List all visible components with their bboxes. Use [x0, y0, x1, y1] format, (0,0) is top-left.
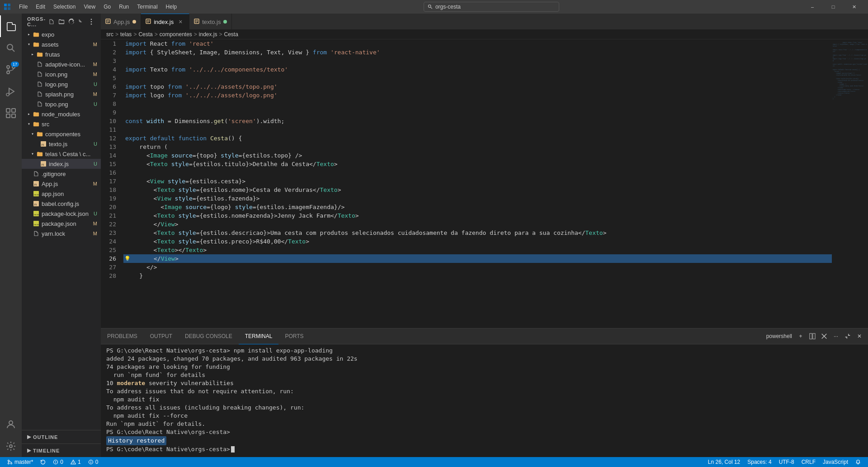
tree-item-.gitignore[interactable]: .gitignore: [22, 169, 101, 179]
code-token: Texto: [146, 65, 171, 74]
breadcrumb-item[interactable]: Cesta: [224, 31, 238, 38]
code-token: ={estilos.preco}>R$40,00</: [196, 237, 288, 246]
tab-index-js[interactable]: index.js×: [141, 14, 189, 29]
breadcrumb-item[interactable]: index.js: [199, 31, 217, 38]
tree-item-src[interactable]: ▾src: [22, 119, 101, 129]
terminal-content[interactable]: PS G:\code\React Native\orgs-cesta> npm …: [101, 344, 868, 457]
tree-item-node_modules[interactable]: ▸node_modules: [22, 109, 101, 119]
terminal-line: To address issues that do not require at…: [106, 387, 863, 396]
menu-edit[interactable]: Edit: [32, 3, 49, 11]
maximize-panel-button[interactable]: [843, 331, 853, 341]
tree-item-logo.png[interactable]: logo.pngU: [22, 79, 101, 89]
encoding[interactable]: UTF-8: [775, 457, 798, 467]
tree-item-topo.png[interactable]: topo.pngU: [22, 99, 101, 109]
search-activity-icon[interactable]: [0, 37, 22, 59]
panel-tab-terminal[interactable]: TERMINAL: [239, 329, 279, 344]
menu-go[interactable]: Go: [100, 3, 114, 11]
line-number: 13: [101, 143, 120, 151]
minimize-button[interactable]: –: [802, 0, 823, 14]
tree-item-package.json[interactable]: JSONpackage.jsonM: [22, 219, 101, 229]
code-token: get: [214, 117, 224, 125]
close-button[interactable]: ✕: [844, 0, 864, 14]
terminal-current-prompt[interactable]: PS G:\code\React Native\orgs-cesta>: [106, 445, 863, 453]
line-number: 19: [101, 194, 120, 203]
menu-file[interactable]: File: [15, 3, 31, 11]
close-panel-button[interactable]: ✕: [854, 331, 864, 341]
tree-item-label: splash.png: [45, 91, 91, 98]
warnings-status[interactable]: 1: [67, 457, 85, 467]
collapse-all-button[interactable]: [77, 18, 85, 26]
code-content[interactable]: import React from 'react'import { StyleS…: [123, 39, 832, 328]
line-ending[interactable]: CRLF: [798, 457, 819, 467]
outline-section[interactable]: ▶ OUTLINE: [22, 430, 101, 443]
split-terminal-button[interactable]: [807, 331, 817, 341]
tab-close-index-js[interactable]: ×: [176, 18, 184, 26]
run-activity-icon[interactable]: [0, 81, 22, 102]
menu-view[interactable]: View: [80, 3, 99, 11]
tab-app-js[interactable]: App.js: [101, 14, 141, 29]
powershell-label: powershell: [766, 333, 792, 339]
notifications[interactable]: [852, 457, 864, 467]
breadcrumb-item[interactable]: Cesta: [138, 31, 152, 38]
tree-item-componentes[interactable]: ▾componentes: [22, 129, 101, 139]
settings-activity-icon[interactable]: [0, 435, 22, 457]
panel-tab-problems[interactable]: PROBLEMS: [101, 329, 144, 344]
search-input[interactable]: [435, 4, 555, 10]
lightbulb-icon[interactable]: 💡: [124, 254, 131, 263]
tree-item-App.js[interactable]: JSApp.jsM: [22, 179, 101, 189]
language-mode[interactable]: JavaScript: [819, 457, 852, 467]
tree-item-splash.png[interactable]: splash.pngM: [22, 89, 101, 99]
tree-item-yarn.lock[interactable]: yarn.lockM: [22, 229, 101, 238]
jsfile-icon: JS: [40, 160, 47, 167]
more-panel-button[interactable]: ···: [831, 331, 841, 341]
tree-item-index.js[interactable]: JSindex.jsU: [22, 159, 101, 169]
panel-tab-output[interactable]: OUTPUT: [144, 329, 179, 344]
tree-item-assets[interactable]: ▾assetsM: [22, 39, 101, 49]
jsfile-icon: JS: [40, 140, 47, 148]
info-status[interactable]: 0: [85, 457, 102, 467]
code-token: Texto: [157, 229, 175, 237]
breadcrumb-item[interactable]: componentes: [160, 31, 192, 38]
panel-tab-debug-console[interactable]: DEBUG CONSOLE: [179, 329, 239, 344]
tree-item-package-lock.json[interactable]: JSONpackage-lock.jsonU: [22, 209, 101, 219]
indentation[interactable]: Spaces: 4: [744, 457, 775, 467]
git-branch-status[interactable]: master*: [4, 457, 37, 467]
tree-item-texto.js[interactable]: JStexto.jsU: [22, 139, 101, 149]
timeline-section[interactable]: ▶ TIMELINE: [22, 443, 101, 457]
tree-item-app.json[interactable]: JSONapp.json: [22, 189, 101, 199]
new-file-button[interactable]: [47, 18, 56, 26]
menu-terminal[interactable]: Terminal: [133, 3, 161, 11]
tree-item-icon.png[interactable]: icon.pngM: [22, 69, 101, 79]
menu-help[interactable]: Help: [162, 3, 181, 11]
code-token: Texto: [316, 160, 334, 168]
new-folder-button[interactable]: [57, 18, 66, 26]
panel-tab-ports[interactable]: PORTS: [278, 329, 310, 344]
tree-item-telas-cesta[interactable]: ▾telas \ Cesta \ c...: [22, 149, 101, 159]
add-terminal-button[interactable]: +: [796, 331, 806, 341]
kill-terminal-button[interactable]: [819, 331, 829, 341]
account-activity-icon[interactable]: [0, 414, 22, 435]
sync-status[interactable]: [37, 457, 49, 467]
explorer-activity-icon[interactable]: [0, 15, 22, 37]
refresh-explorer-button[interactable]: [67, 18, 75, 26]
tree-item-babel.config.js[interactable]: JSbabel.config.js: [22, 199, 101, 209]
more-actions-button[interactable]: [87, 18, 95, 26]
menu-selection[interactable]: Selection: [50, 3, 79, 11]
code-token: import: [125, 48, 146, 57]
extensions-activity-icon[interactable]: [0, 102, 22, 124]
cursor-position[interactable]: Ln 26, Col 12: [704, 457, 744, 467]
menu-run[interactable]: Run: [115, 3, 132, 11]
source-control-activity-icon[interactable]: 17: [0, 59, 22, 81]
line-number: 3: [101, 57, 120, 65]
tab-texto-js[interactable]: texto.js: [189, 14, 232, 29]
breadcrumb-item[interactable]: telas: [120, 31, 132, 38]
code-token: [171, 194, 175, 203]
terminal-line: History restored: [106, 436, 863, 445]
tree-item-expo[interactable]: ▸expo: [22, 29, 101, 39]
restore-button[interactable]: □: [823, 0, 844, 14]
tree-item-frutas[interactable]: ▸frutas: [22, 49, 101, 59]
tree-item-adaptive-icon[interactable]: adaptive-icon...M: [22, 59, 101, 69]
breadcrumb-item[interactable]: src: [106, 31, 113, 38]
search-bar: [183, 2, 799, 12]
errors-status[interactable]: 0: [49, 457, 67, 467]
